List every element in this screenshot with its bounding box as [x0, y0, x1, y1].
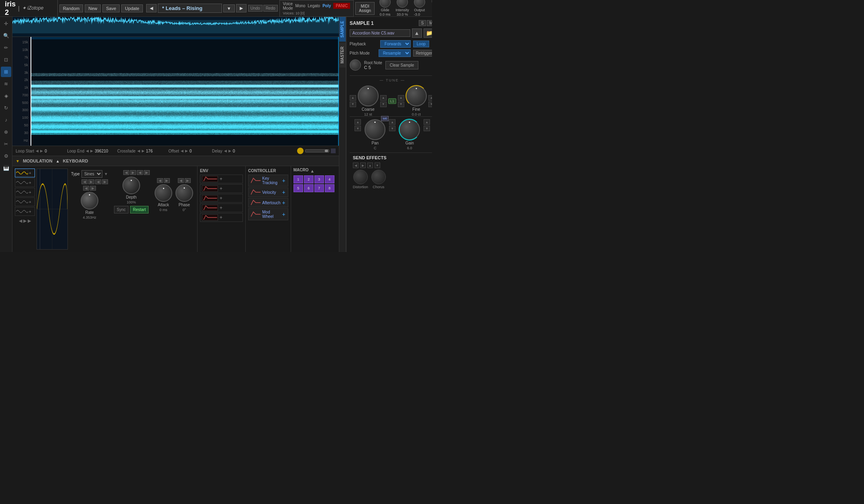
preset-next-button[interactable]: ▶ — [236, 4, 247, 12]
depth-ctrl-2[interactable]: ▶ — [130, 170, 136, 175]
macro-btn-8[interactable]: 8 — [325, 184, 334, 192]
offset-prev[interactable]: ◀ — [181, 149, 183, 153]
loop-scrollbar[interactable] — [305, 149, 329, 152]
lfo-item-1[interactable]: + — [15, 169, 35, 177]
rate-inc-btn[interactable]: ▶ — [90, 186, 96, 191]
pan-down-btn[interactable]: ▼ — [355, 126, 361, 131]
lfo-item-3[interactable]: + — [15, 188, 35, 197]
fine-down-btn[interactable]: ▼ — [398, 102, 404, 107]
env4-add[interactable]: + — [220, 205, 222, 211]
ctrl-key-tracking[interactable]: Key Tracking + — [248, 175, 288, 187]
ctrl-aftertouch[interactable]: Aftertouch + — [248, 198, 288, 207]
phase-ctrl-2[interactable]: ▶ — [185, 178, 191, 183]
intensity-knob[interactable] — [397, 0, 408, 8]
root-note-knob[interactable] — [350, 59, 361, 71]
delay-prev[interactable]: ◀ — [224, 149, 227, 153]
send-eff-up[interactable]: ▲ — [367, 163, 373, 168]
macro-btn-4[interactable]: 4 — [325, 175, 334, 183]
preset-prev-button[interactable]: ◀ — [146, 4, 157, 12]
master-tab[interactable]: MASTER — [339, 43, 346, 67]
sample-file-up-btn[interactable]: ▲ — [412, 28, 422, 38]
depth-ctrl-1[interactable]: ◀ — [123, 170, 129, 175]
offset-next[interactable]: ▶ — [185, 149, 188, 153]
sidebar-icon-search[interactable]: 🔍 — [1, 30, 11, 41]
attack-ctrl-1[interactable]: ◀ — [157, 178, 163, 183]
sidebar-icon-settings[interactable]: ⚙ — [1, 151, 11, 161]
lfo-item-4[interactable]: + — [15, 197, 35, 206]
lfo-ctrl-1[interactable]: ◀ — [82, 179, 88, 184]
crossfade-next[interactable]: ▶ — [142, 149, 145, 153]
depth-ctrl-4[interactable]: ▶ — [144, 170, 150, 175]
macro-btn-2[interactable]: 2 — [304, 175, 314, 183]
lfo-list-add[interactable]: ▶ — [28, 218, 31, 224]
poly-button[interactable]: Poly — [322, 4, 331, 8]
ctrl-mod-wheel[interactable]: Mod Wheel + — [248, 208, 288, 220]
key-tracking-add[interactable]: + — [282, 177, 285, 184]
loop-start-next[interactable]: ▶ — [40, 149, 43, 153]
keyboard-tab[interactable]: KEYBOARD — [61, 158, 90, 164]
mod-arrow-down[interactable]: ▼ — [16, 159, 20, 163]
tune-mid-up[interactable]: ▲ — [380, 95, 387, 101]
depth-knob[interactable] — [122, 177, 140, 194]
attack-ctrl-2[interactable]: ▶ — [164, 178, 170, 183]
lfo-item-5[interactable]: + — [15, 207, 35, 216]
aftertouch-add[interactable]: + — [282, 199, 285, 206]
loop-view-btn[interactable] — [331, 148, 336, 153]
loop-scrollbar-thumb[interactable] — [325, 150, 328, 152]
sidebar-icon-grid[interactable]: ⊞ — [1, 67, 11, 77]
fine-up-btn[interactable]: ▲ — [398, 95, 404, 101]
clear-sample-button[interactable]: Clear Sample — [385, 61, 419, 69]
env-slot-2[interactable]: + — [200, 184, 243, 193]
lfo-ctrl-2[interactable]: ▶ — [88, 179, 94, 184]
delay-next[interactable]: ▶ — [228, 149, 231, 153]
legato-button[interactable]: Legato — [308, 4, 320, 8]
coarse-up-btn[interactable]: ▲ — [350, 95, 356, 101]
sidebar-icon-filter[interactable]: ◈ — [1, 91, 11, 101]
kb-arrow-up[interactable]: ▲ — [56, 159, 60, 163]
env2-add[interactable]: + — [220, 186, 222, 191]
save-button[interactable]: Save — [102, 4, 120, 12]
playback-mode-select[interactable]: Forwards — [380, 40, 411, 48]
waveform-bar[interactable] — [12, 17, 339, 37]
lfo-type-select[interactable]: Sines — [82, 170, 102, 178]
distortion-knob[interactable] — [353, 170, 368, 184]
output-knob[interactable] — [414, 0, 425, 8]
midi-assign-button[interactable]: MIDI Assign — [355, 2, 375, 15]
sidebar-icon-cursor[interactable]: ✛ — [1, 18, 11, 29]
preset-dropdown-button[interactable]: ▼ — [223, 4, 235, 12]
loop-start-prev[interactable]: ◀ — [36, 149, 39, 153]
macro-btn-7[interactable]: 7 — [314, 184, 324, 192]
tune-right-down[interactable]: ▼ — [428, 102, 432, 107]
lfo2-add-icon[interactable]: + — [29, 181, 31, 185]
tune-mid-down[interactable]: ▼ — [380, 102, 387, 107]
tune-right-up[interactable]: ▲ — [428, 95, 432, 101]
playhead[interactable] — [31, 37, 31, 146]
undo-button[interactable]: Undo — [248, 5, 263, 12]
sidebar-icon-cut[interactable]: ✂ — [1, 139, 11, 149]
spectrogram-canvas[interactable] — [31, 37, 339, 146]
env-slot-1[interactable]: + — [200, 175, 243, 183]
chorus-knob[interactable] — [371, 170, 386, 184]
sample-tab[interactable]: SAMPLE — [339, 17, 346, 42]
sidebar-icon-wave[interactable]: ≋ — [1, 79, 11, 89]
lfo-display[interactable] — [37, 169, 68, 250]
sample-pan-knob[interactable]: M6 — [365, 119, 385, 140]
macro-btn-5[interactable]: 5 — [293, 184, 303, 192]
restart-button[interactable]: Restart — [130, 206, 149, 213]
sidebar-icon-loop[interactable]: ↻ — [1, 103, 11, 113]
pan-up-btn[interactable]: ▲ — [355, 119, 361, 125]
ctrl-velocity[interactable]: Velocity + — [248, 187, 288, 197]
depth-ctrl-3[interactable]: ◀ — [137, 170, 143, 175]
gain-up-btn[interactable]: ▲ — [389, 119, 395, 125]
send-eff-down[interactable]: ▼ — [375, 163, 380, 168]
sample-m-button[interactable]: M — [427, 20, 432, 26]
env3-add[interactable]: + — [220, 195, 222, 201]
panic-button[interactable]: PANIC — [333, 3, 350, 9]
sidebar-icon-note[interactable]: ♪ — [1, 115, 11, 125]
send-eff-prev[interactable]: ◀ — [353, 163, 359, 168]
env-slot-5[interactable]: + — [200, 213, 243, 222]
lfo4-add-icon[interactable]: + — [29, 200, 31, 204]
lfo-list-next[interactable]: ▶ — [23, 218, 26, 224]
sample-s-button[interactable]: S — [419, 20, 426, 26]
fine-knob[interactable] — [406, 85, 427, 106]
